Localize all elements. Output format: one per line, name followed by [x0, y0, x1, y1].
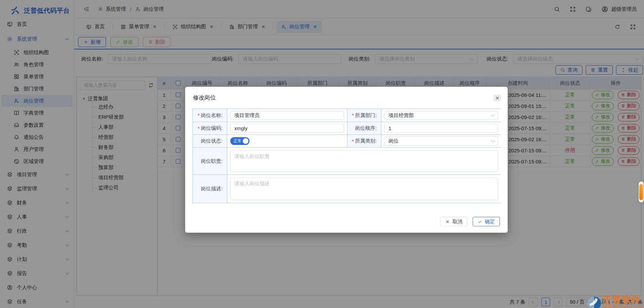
dialog-close-button[interactable]: [494, 94, 501, 101]
duty-textarea[interactable]: 请输入岗位职责: [230, 150, 498, 172]
dialog-title: 修改岗位: [193, 94, 216, 102]
cancel-button[interactable]: 取消: [440, 217, 468, 226]
status-toggle[interactable]: 正常: [230, 137, 249, 145]
field-label: *岗位编码:: [193, 122, 227, 134]
field-label: *所属类别:: [347, 135, 381, 147]
chevron-down-icon: [491, 113, 495, 116]
field-label: 岗位职责:: [193, 148, 227, 175]
toggle-knob: [243, 138, 248, 144]
check-icon: [478, 220, 482, 224]
watermark-text: 泛普软件: [602, 295, 643, 305]
field-label: *所属部门:: [347, 109, 381, 122]
post-code-input[interactable]: xmgly: [230, 124, 344, 133]
watermark-logo-icon: [587, 296, 601, 308]
close-icon: [495, 96, 500, 100]
chevron-down-icon: [491, 139, 495, 142]
scrollbar-thumb[interactable]: [639, 184, 643, 200]
category-select[interactable]: 岗位: [384, 137, 498, 146]
field-label: 岗位状态:: [193, 135, 227, 147]
post-order-input[interactable]: 1: [384, 124, 498, 133]
confirm-button[interactable]: 确定: [473, 217, 500, 226]
post-name-input[interactable]: 项目管理员: [230, 111, 344, 120]
scrollbar-track[interactable]: [639, 182, 644, 202]
department-select[interactable]: 项目经营部: [384, 111, 498, 120]
edit-post-dialog: 修改岗位 *岗位名称: 项目管理员 *所属部门: 项目经营部 *岗位编码: xm…: [185, 87, 508, 233]
field-label: 岗位顺序:: [347, 122, 381, 134]
description-textarea[interactable]: 请输入岗位描述: [230, 178, 498, 200]
close-icon: [445, 220, 450, 224]
field-label: 岗位描述:: [193, 175, 227, 203]
dialog-form: *岗位名称: 项目管理员 *所属部门: 项目经营部 *岗位编码: xmgly 岗…: [193, 109, 501, 203]
watermark: 泛普软件 www.fanpusoft.com: [587, 295, 643, 308]
field-label: *岗位名称:: [193, 109, 227, 122]
watermark-url: www.fanpusoft.com: [602, 305, 643, 308]
